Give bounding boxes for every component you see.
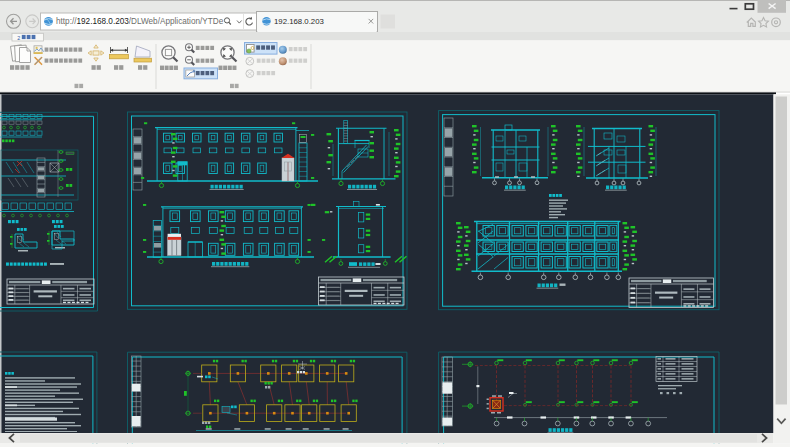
svg-text:2: 2	[17, 35, 20, 41]
svg-text:192.168.0.203: 192.168.0.203	[274, 17, 324, 26]
svg-text:http://192.168.0.203/DLWeb/App: http://192.168.0.203/DLWeb/Application/Y…	[56, 17, 224, 26]
